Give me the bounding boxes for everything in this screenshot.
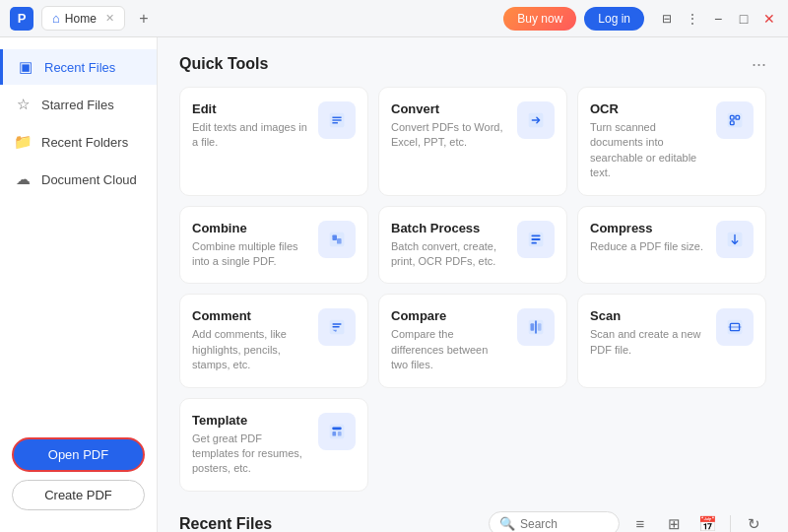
add-tab-button[interactable]: + [133,8,155,30]
tool-ocr[interactable]: OCR Turn scanned documents into searchab… [577,87,766,196]
tool-compare[interactable]: Compare Compare the differences between … [378,294,567,387]
document-cloud-icon: ☁ [14,170,32,188]
titlebar-left: P ⌂ Home ✕ + [10,6,155,31]
search-input[interactable] [520,517,609,531]
svg-rect-18 [332,324,341,325]
sidebar: ▣ Recent Files ☆ Starred Files 📁 Recent … [0,37,158,532]
quick-tools-header: Quick Tools ··· [179,55,766,73]
tools-grid: Edit Edit texts and images in a file. Co… [179,87,766,492]
svg-rect-30 [338,432,342,436]
create-pdf-button[interactable]: Create PDF [12,480,145,510]
tool-combine[interactable]: Combine Combine multiple files into a si… [179,206,368,285]
svg-rect-5 [728,113,743,128]
window-maximize-icon[interactable]: □ [735,10,753,28]
window-minimize-icon[interactable]: − [709,10,727,28]
tool-edit[interactable]: Edit Edit texts and images in a file. [179,87,368,196]
view-divider [730,515,731,532]
svg-rect-13 [531,234,540,236]
edit-tool-icon [318,101,356,139]
window-controls: ⊟ ⋮ − □ ✕ [658,10,778,28]
main-layout: ▣ Recent Files ☆ Starred Files 📁 Recent … [0,37,788,532]
buy-now-button[interactable]: Buy now [503,7,576,31]
search-icon: 🔍 [499,516,515,531]
svg-rect-15 [531,241,537,243]
list-view-button[interactable]: ≡ [627,511,653,532]
tool-template[interactable]: Template Get great PDF templates for res… [179,398,368,492]
scan-tool-icon [716,308,754,346]
recent-files-title: Recent Files [179,515,272,532]
grid-view-button[interactable]: ⊞ [661,511,687,532]
comment-tool-icon [318,308,356,346]
recent-files-icon: ▣ [17,58,34,76]
tool-scan[interactable]: Scan Scan and create a new PDF file. [577,294,766,387]
window-restore-icon[interactable]: ⊟ [658,10,676,28]
tool-compress[interactable]: Compress Reduce a PDF file size. [577,206,766,285]
batch-process-tool-icon [517,221,555,258]
sidebar-bottom: Open PDF Create PDF [0,428,157,520]
compress-tool-icon [716,221,754,258]
template-tool-icon [318,413,356,450]
svg-rect-10 [332,234,337,240]
convert-tool-icon [517,101,555,139]
sidebar-item-recent-folders[interactable]: 📁 Recent Folders [0,124,157,160]
log-in-button[interactable]: Log in [584,7,644,31]
search-box[interactable]: 🔍 [489,511,620,532]
svg-rect-14 [531,238,540,240]
titlebar-right: Buy now Log in ⊟ ⋮ − □ ✕ [503,7,778,31]
recent-folders-icon: 📁 [14,133,32,151]
tool-comment[interactable]: Comment Add comments, like highlights, p… [179,294,368,387]
svg-rect-23 [538,324,542,331]
svg-rect-22 [531,324,535,331]
svg-rect-29 [332,432,336,436]
svg-rect-11 [337,238,342,244]
refresh-button[interactable]: ↻ [741,511,766,532]
sidebar-item-document-cloud[interactable]: ☁ Document Cloud [0,162,157,197]
quick-tools-more-icon[interactable]: ··· [752,55,766,73]
calendar-view-button[interactable]: 📅 [694,511,720,532]
sidebar-item-starred-files[interactable]: ☆ Starred Files [0,87,157,122]
combine-tool-icon [318,221,356,258]
open-pdf-button[interactable]: Open PDF [12,437,145,472]
app-icon: P [10,7,33,31]
quick-tools-title: Quick Tools [179,55,268,73]
window-menu-icon[interactable]: ⋮ [684,10,701,28]
svg-rect-28 [332,427,341,430]
svg-rect-19 [332,326,339,327]
recent-files-header: Recent Files 🔍 ≡ ⊞ 📅 ↻ [179,511,766,532]
compare-tool-icon [517,308,555,346]
recent-files-controls: 🔍 ≡ ⊞ 📅 ↻ [489,511,766,532]
svg-rect-27 [330,424,345,438]
starred-files-icon: ☆ [14,96,32,113]
titlebar: P ⌂ Home ✕ + Buy now Log in ⊟ ⋮ − □ ✕ [0,0,788,37]
tool-batch-process[interactable]: Batch Process Batch convert, create, pri… [378,206,567,285]
content-area: Quick Tools ··· Edit Edit texts and imag… [158,37,788,532]
window-close-icon[interactable]: ✕ [760,10,778,28]
tool-convert[interactable]: Convert Convert PDFs to Word, Excel, PPT… [378,87,567,196]
home-tab[interactable]: ⌂ Home ✕ [41,6,125,31]
sidebar-item-recent-files[interactable]: ▣ Recent Files [0,49,157,85]
ocr-tool-icon [716,101,754,139]
